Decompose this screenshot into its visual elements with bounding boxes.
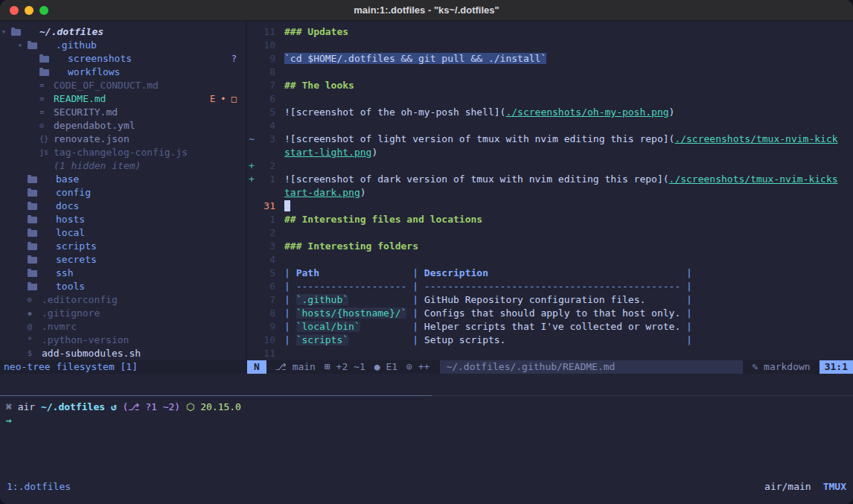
tree-item[interactable]: ◆.gitignore <box>0 307 246 320</box>
zoom-button[interactable] <box>39 6 48 15</box>
tree-item-label: README.md <box>54 92 106 106</box>
code-token: `local/bin` <box>296 321 360 332</box>
editor-line[interactable]: 6| ------------------- | ---------------… <box>247 280 853 293</box>
tree-item[interactable]: secrets <box>0 253 246 267</box>
code-token: `scripts` <box>296 334 348 345</box>
line-number: 8 <box>256 66 275 79</box>
shell-input-line[interactable]: → <box>6 414 12 427</box>
tree-item[interactable]: screenshots? <box>0 52 246 66</box>
code-token: `cd $HOME/.dotfiles && git pull && ./ins… <box>284 53 546 64</box>
tree-item[interactable]: jstag-changelog-config.js <box>0 146 246 159</box>
line-text: | `scripts` | Setup scripts. | <box>284 334 692 347</box>
code-token: ![screenshot of dark version of tmux wit… <box>284 173 669 185</box>
prompt-arrow-icon: → <box>6 415 12 426</box>
line-number: 9 <box>256 320 275 334</box>
folder-icon <box>28 230 37 237</box>
editor-line[interactable]: 8| `hosts/{hostname}/` | Configs that sh… <box>247 307 853 320</box>
editor-line[interactable]: tart-dark.png) <box>247 186 853 200</box>
gutter-sign <box>247 200 256 213</box>
editor-line[interactable]: 8 <box>247 66 853 79</box>
mode-indicator: N <box>247 360 266 374</box>
file-icon: ⊙ <box>39 119 54 133</box>
line-number: 5 <box>256 106 275 119</box>
folder-icon <box>28 243 37 250</box>
cursor-position: 31:1 <box>820 360 853 374</box>
editor-line[interactable]: 4 <box>247 119 853 133</box>
tree-item-label: base <box>56 173 79 186</box>
editor-line[interactable]: +1![screenshot of dark version of tmux w… <box>247 173 853 186</box>
tree-item[interactable]: workflows <box>0 66 246 79</box>
editor-line[interactable]: 9| `local/bin` | Helper scripts that I'v… <box>247 320 853 334</box>
tree-item[interactable]: docs <box>0 200 246 213</box>
tree-item[interactable]: ≡README.mdE • □ <box>0 92 246 106</box>
editor-line[interactable]: 31 <box>247 200 853 213</box>
editor-line[interactable]: 2 <box>247 226 853 240</box>
tree-item[interactable]: ≡SECURITY.md <box>0 106 246 119</box>
tree-item[interactable]: ⊙dependabot.yml <box>0 119 246 133</box>
editor-line[interactable]: 5![screenshot of the oh-my-posh shell](.… <box>247 106 853 119</box>
file-icon: {} <box>39 133 54 146</box>
line-text: ### Updates <box>284 25 348 39</box>
line-text: ![screenshot of dark version of tmux wit… <box>284 173 838 186</box>
line-number: 6 <box>256 92 275 106</box>
tree-item[interactable]: tools <box>0 280 246 293</box>
code-token: ./screenshots/tmux-nvim-kicks <box>669 173 838 185</box>
tree-item[interactable]: base <box>0 173 246 186</box>
line-number: 7 <box>256 79 275 92</box>
code-token: Configs that should apply to that host o… <box>424 307 680 319</box>
gutter-sign <box>247 253 256 267</box>
line-number: 8 <box>256 307 275 320</box>
editor-line[interactable]: 10 <box>247 39 853 52</box>
gutter-sign <box>247 119 256 133</box>
tree-item-label: screenshots <box>68 52 132 66</box>
editor-line[interactable]: 6 <box>247 92 853 106</box>
editor-line[interactable]: 5| Path | Description | <box>247 267 853 280</box>
editor-line[interactable]: start-light.png) <box>247 146 853 159</box>
editor-line[interactable]: 11 <box>247 347 853 360</box>
code-token: | <box>680 334 692 345</box>
tree-item[interactable]: *.python-version <box>0 334 246 347</box>
editor-line[interactable]: ~3![screenshot of light version of tmux … <box>247 133 853 146</box>
line-number: 1 <box>256 213 275 226</box>
tree-item[interactable]: hosts <box>0 213 246 226</box>
tree-item[interactable]: @.nvmrc <box>0 320 246 334</box>
tree-item[interactable]: scripts <box>0 240 246 253</box>
tree-item[interactable]: ▾~/.dotfiles <box>0 25 246 39</box>
gutter-sign <box>247 347 256 360</box>
editor-line[interactable]: 10| `scripts` | Setup scripts. | <box>247 334 853 347</box>
tree-item[interactable]: ssh <box>0 267 246 280</box>
tree-item[interactable]: (1 hidden item) <box>0 159 246 173</box>
line-number: 1 <box>256 173 275 186</box>
chevron-icon: ▾ <box>18 39 28 52</box>
code-token: | <box>284 267 296 278</box>
editor-line[interactable]: +2 <box>247 159 853 173</box>
tree-item[interactable]: {}renovate.json <box>0 133 246 146</box>
tree-item[interactable]: $add-submodules.sh <box>0 347 246 360</box>
close-button[interactable] <box>10 6 19 15</box>
tree-item[interactable]: ▾.github <box>0 39 246 52</box>
tree-item[interactable]: ⚙.editorconfig <box>0 293 246 307</box>
editor-line[interactable]: 9`cd $HOME/.dotfiles && git pull && ./in… <box>247 52 853 66</box>
editor-line[interactable]: 7| `.github` | GitHub Repository configu… <box>247 293 853 307</box>
code-token: tart-dark.png <box>284 187 360 198</box>
tmux-window-tab[interactable]: 1:.dotfiles <box>7 480 71 494</box>
editor-line[interactable]: 1## Interesting files and locations <box>247 213 853 226</box>
minimize-button[interactable] <box>25 6 33 15</box>
code-token: `.github` <box>296 294 348 305</box>
window-title: main:1:.dotfiles - "ks~/.dotfiles" <box>354 4 499 16</box>
editor-line[interactable]: 4 <box>247 253 853 267</box>
code-token: ### Interesting folders <box>284 240 418 252</box>
editor-line[interactable]: 11### Updates <box>247 25 853 39</box>
gutter-sign <box>247 106 256 119</box>
tree-item[interactable]: config <box>0 186 246 200</box>
diagnostics: ● E1 <box>374 360 397 374</box>
editor-line[interactable]: 3### Interesting folders <box>247 240 853 253</box>
prompt-token: ⌘ <box>6 401 18 412</box>
tree-item-label: config <box>56 186 91 200</box>
editor-line[interactable]: 7## The looks <box>247 79 853 92</box>
gutter-sign <box>247 146 256 159</box>
code-token: | <box>406 294 424 305</box>
tree-item[interactable]: local <box>0 226 246 240</box>
tree-item-label: .nvmrc <box>42 320 77 334</box>
tree-item[interactable]: ≡CODE_OF_CONDUCT.md <box>0 79 246 92</box>
